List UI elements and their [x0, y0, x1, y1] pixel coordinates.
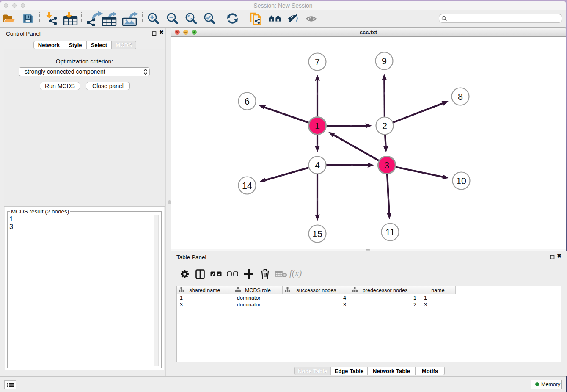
svg-text:7: 7 [315, 57, 320, 67]
svg-text:15: 15 [312, 229, 322, 239]
svg-text:10: 10 [456, 176, 466, 186]
svg-text:11: 11 [385, 227, 395, 237]
svg-text:14: 14 [242, 181, 252, 191]
svg-text:2: 2 [382, 121, 387, 131]
svg-text:4: 4 [315, 160, 320, 171]
svg-text:6: 6 [245, 97, 250, 107]
svg-text:3: 3 [384, 160, 389, 171]
svg-text:1: 1 [315, 121, 320, 131]
svg-text:8: 8 [458, 92, 463, 102]
svg-text:9: 9 [382, 56, 387, 66]
